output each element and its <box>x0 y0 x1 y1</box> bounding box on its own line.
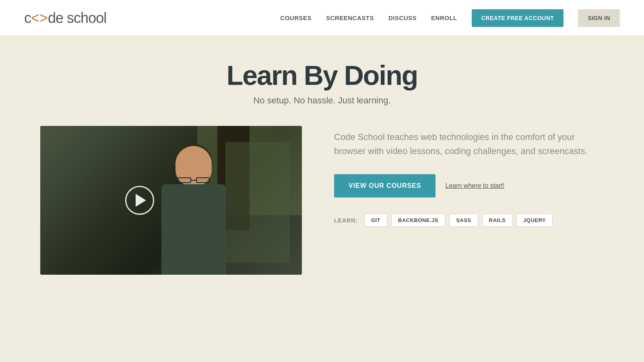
video-player[interactable] <box>40 126 302 275</box>
video-background <box>40 126 302 275</box>
learn-where-link[interactable]: Learn where to start! <box>445 182 504 189</box>
logo-bracket-open: < <box>31 10 39 27</box>
person-head <box>175 146 212 186</box>
nav-courses[interactable]: COURSES <box>280 14 312 21</box>
glass-left <box>178 177 191 183</box>
logo-text-right: de school <box>48 10 106 27</box>
logo-arrow: > <box>39 10 48 27</box>
glass-right <box>196 177 210 183</box>
learn-tags: LEARN: GIT BACKBONE.JS SASS RAILS JQUERY <box>334 214 604 227</box>
glass-bridge <box>191 180 196 181</box>
person-glasses <box>178 177 210 183</box>
logo[interactable]: c < > de school <box>24 10 106 27</box>
hero-content: Code School teaches web technologies in … <box>40 126 604 275</box>
tag-jquery[interactable]: JQUERY <box>516 214 553 227</box>
tag-git[interactable]: GIT <box>364 214 387 227</box>
view-courses-button[interactable]: VIEW OUR COURSES <box>334 174 436 197</box>
hero-title: Learn By Doing <box>32 60 612 90</box>
nav-enroll[interactable]: ENROLL <box>431 14 457 21</box>
tag-backbonejs[interactable]: BACKBONE.JS <box>391 214 445 227</box>
hero-actions: VIEW OUR COURSES Learn where to start! <box>334 174 604 197</box>
person-body <box>161 184 226 275</box>
create-account-button[interactable]: CREATE FREE ACCOUNT <box>472 9 564 27</box>
play-button[interactable] <box>125 186 154 215</box>
nav-discuss[interactable]: DISCUSS <box>388 14 417 21</box>
hero-section: Learn By Doing No setup. No hassle. Just… <box>0 36 644 299</box>
sign-in-button[interactable]: SIGN IN <box>578 9 620 27</box>
video-person <box>137 138 250 275</box>
main-nav: COURSES SCREENCASTS DISCUSS ENROLL CREAT… <box>280 9 620 27</box>
tag-rails[interactable]: RAILS <box>482 214 513 227</box>
hero-title-section: Learn By Doing No setup. No hassle. Just… <box>32 60 612 106</box>
nav-screencasts[interactable]: SCREENCASTS <box>326 14 374 21</box>
hero-description: Code School teaches web technologies in … <box>334 130 604 158</box>
hero-subtitle: No setup. No hassle. Just learning. <box>32 95 612 106</box>
tag-sass[interactable]: SASS <box>449 214 478 227</box>
logo-text-left: c <box>24 10 31 27</box>
learn-label: LEARN: <box>334 217 358 224</box>
hero-right-content: Code School teaches web technologies in … <box>334 126 604 227</box>
site-header: c < > de school COURSES SCREENCASTS DISC… <box>0 0 644 36</box>
play-icon <box>136 194 146 207</box>
